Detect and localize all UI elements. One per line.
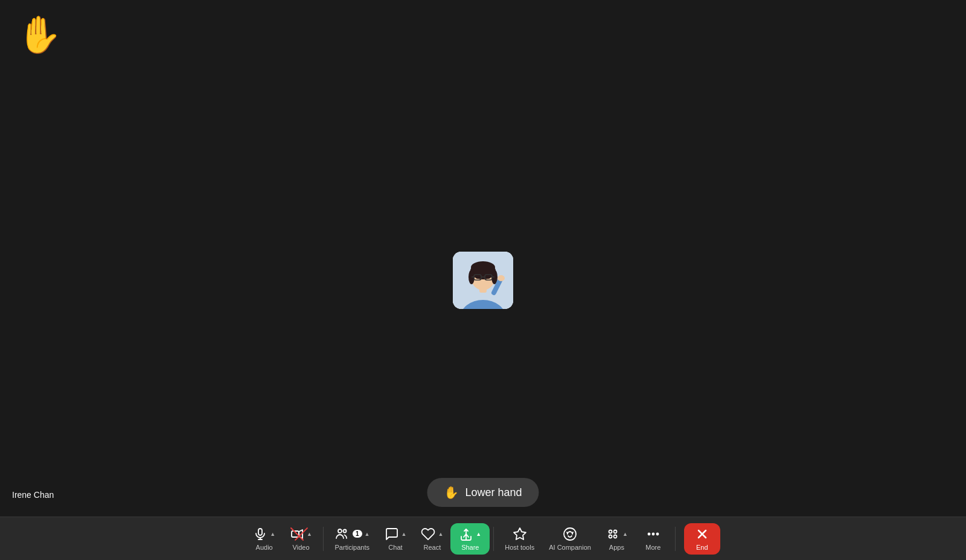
react-button[interactable]: ▲ React — [414, 523, 450, 555]
end-label: End — [696, 544, 708, 551]
participants-icon — [334, 527, 349, 541]
apps-button[interactable]: ▲ Apps — [598, 523, 635, 555]
mic-icon — [253, 527, 267, 541]
apps-label: Apps — [609, 544, 624, 551]
end-button[interactable]: End — [684, 523, 720, 555]
audio-label: Audio — [256, 544, 273, 551]
svg-point-18 — [497, 275, 505, 281]
participants-caret[interactable]: ▲ — [365, 531, 370, 537]
separator-3 — [675, 527, 676, 551]
svg-point-32 — [613, 535, 616, 538]
host-tools-icon — [513, 527, 527, 541]
more-icon — [646, 527, 661, 541]
svg-point-31 — [609, 535, 612, 538]
video-icon — [290, 527, 304, 541]
react-label: React — [424, 544, 441, 551]
separator-2 — [493, 527, 494, 551]
svg-rect-19 — [258, 529, 262, 535]
apps-caret[interactable]: ▲ — [622, 531, 628, 537]
separator-1 — [323, 527, 324, 551]
participants-badge: 1 — [353, 530, 362, 538]
ai-companion-icon — [563, 527, 577, 541]
participants-button[interactable]: 1 ▲ Participants — [327, 523, 377, 555]
chat-label: Chat — [388, 544, 402, 551]
lower-hand-emoji: ✋ — [444, 485, 459, 500]
svg-point-33 — [648, 533, 650, 535]
audio-button[interactable]: ▲ Audio — [246, 523, 283, 555]
react-caret[interactable]: ▲ — [438, 531, 443, 537]
chat-icon — [385, 527, 399, 541]
apps-icon — [606, 527, 620, 541]
svg-point-15 — [476, 275, 479, 279]
participants-label: Participants — [335, 544, 369, 551]
svg-point-35 — [656, 533, 658, 535]
video-button[interactable]: ▲ Video — [283, 523, 319, 555]
video-caret[interactable]: ▲ — [307, 531, 312, 537]
video-label: Video — [293, 544, 310, 551]
svg-point-34 — [652, 533, 654, 535]
host-tools-button[interactable]: Host tools — [497, 523, 542, 555]
share-caret[interactable]: ▲ — [476, 531, 481, 537]
svg-point-30 — [613, 530, 616, 533]
chat-caret[interactable]: ▲ — [401, 531, 407, 537]
participant-name: Irene Chan — [12, 490, 54, 500]
lower-hand-label: Lower hand — [465, 486, 522, 499]
svg-point-16 — [487, 275, 490, 279]
react-icon — [421, 527, 435, 541]
svg-point-29 — [609, 530, 612, 533]
toolbar: ▲ Audio ▲ Video — [0, 517, 966, 560]
share-label: Share — [461, 544, 479, 551]
host-tools-label: Host tools — [505, 544, 534, 551]
share-icon — [459, 527, 473, 541]
end-icon — [695, 527, 709, 541]
share-button[interactable]: ▲ Share — [450, 523, 490, 555]
svg-point-25 — [338, 529, 342, 533]
svg-point-26 — [344, 529, 347, 532]
raised-hand-indicator: ✋ — [17, 17, 62, 53]
chat-button[interactable]: ▲ Chat — [377, 523, 414, 555]
more-label: More — [645, 544, 661, 551]
participant-avatar — [453, 252, 513, 309]
more-button[interactable]: More — [635, 523, 671, 555]
ai-companion-button[interactable]: AI Companion — [542, 523, 598, 555]
lower-hand-button[interactable]: ✋ Lower hand — [427, 478, 539, 507]
audio-caret[interactable]: ▲ — [270, 531, 275, 537]
ai-companion-label: AI Companion — [549, 544, 591, 551]
main-video-area: ✋ Irene Chan — [0, 0, 966, 560]
